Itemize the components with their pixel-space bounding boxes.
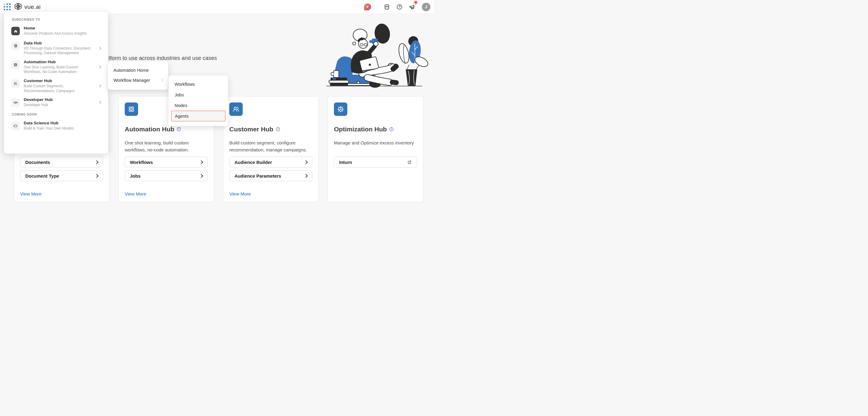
notification-dot — [414, 1, 417, 4]
card-title: Optimization Hub — [334, 126, 394, 133]
chevron-right-icon — [98, 101, 101, 104]
vue-logo-text: vue.ai — [24, 4, 41, 10]
people-icon — [229, 102, 243, 116]
documents-button[interactable]: Documents — [20, 157, 103, 167]
menu-item-text: Data Hub I/O Through Data Connectors, Do… — [24, 41, 95, 56]
info-icon[interactable] — [389, 127, 394, 131]
chevron-right-icon — [98, 46, 101, 50]
code-icon: </> — [11, 98, 20, 107]
external-link-icon — [407, 160, 412, 164]
menu-item-text: Home Discover Products And Access Insigh… — [24, 26, 97, 36]
submenu-item-workflow-manager[interactable]: Workflow Manager — [108, 75, 168, 85]
view-more-link[interactable]: View More — [125, 191, 146, 196]
chevron-right-icon — [304, 174, 308, 178]
card-data-hub-buttons: Documents Document Type — [20, 157, 103, 181]
topbar-divider-2 — [377, 3, 377, 11]
menu-item-text: Developer Hub Developer Hub — [24, 97, 95, 108]
submenu-item-agents[interactable]: Agents — [171, 111, 225, 121]
menu-item-data-science-hub[interactable]: Data Science Hub Build & Train Your Own … — [11, 121, 101, 131]
app-launcher-icon[interactable] — [4, 3, 11, 10]
info-icon[interactable] — [276, 127, 280, 131]
topbar-divider — [46, 3, 46, 11]
chevron-right-icon — [304, 160, 308, 164]
menu-item-home[interactable]: Home Discover Products And Access Insigh… — [11, 26, 101, 36]
page-heading-fragment: tform to use across industries and use c… — [108, 55, 217, 61]
vue-logo-icon — [14, 2, 22, 11]
card-title: Customer Hub — [229, 126, 280, 133]
menu-section-header: COMING SOON — [12, 113, 101, 116]
submenu-item-nodes[interactable]: Nodes — [171, 100, 225, 111]
help-icon[interactable] — [396, 4, 403, 10]
menu-item-text: Automation Hub One Shot Learning, Build … — [24, 60, 95, 74]
submenu-item-workflows[interactable]: Workflows — [171, 79, 225, 89]
inturn-button[interactable]: Inturn — [334, 157, 417, 167]
chevron-right-icon — [160, 79, 163, 82]
people-icon — [11, 79, 20, 88]
card-description: Build custom segment, configure recommen… — [229, 139, 314, 153]
automation-submenu: Automation Home Workflow Manager — [108, 61, 168, 90]
submenu-item-automation-home[interactable]: Automation Home — [108, 65, 168, 75]
cloud-icon — [11, 122, 20, 130]
marketplace-icon[interactable] — [383, 4, 390, 10]
menu-item-developer-hub[interactable]: </> Developer Hub Developer Hub — [11, 97, 101, 108]
menu-item-text: Customer Hub Build Custom Segments, Reco… — [24, 78, 95, 93]
atom-icon — [11, 61, 20, 69]
apps-dropdown-menu: SUBSCRIBED TO Home Discover Products And… — [4, 12, 108, 154]
gear-icon — [334, 102, 347, 116]
menu-item-data-hub[interactable]: Data Hub I/O Through Data Connectors, Do… — [11, 41, 101, 56]
card-optimization-hub: Optimization Hub Manage and Optimize exc… — [328, 96, 423, 202]
card-title: Automation Hub — [125, 126, 181, 133]
chevron-right-icon — [98, 66, 101, 69]
card-customer-hub: Customer Hub Build custom segment, confi… — [223, 96, 319, 202]
menu-item-customer-hub[interactable]: Customer Hub Build Custom Segments, Reco… — [11, 78, 101, 93]
document-type-button[interactable]: Document Type — [20, 170, 103, 181]
chevron-right-icon — [199, 174, 203, 178]
card-optimization-buttons: Inturn — [334, 157, 417, 167]
announcements-icon[interactable] — [409, 3, 416, 10]
submenu-item-jobs[interactable]: Jobs — [171, 89, 225, 100]
view-more-link[interactable]: View More — [20, 191, 42, 196]
card-description: Manage and Optimize excess inventory — [334, 139, 418, 147]
menu-item-text: Data Science Hub Build & Train Your Own … — [24, 121, 97, 131]
chevron-right-icon — [98, 85, 101, 88]
chevron-right-icon — [95, 174, 98, 178]
hero-illustration — [322, 21, 431, 89]
card-description: One shot learning, build custom workflow… — [125, 139, 209, 153]
menu-item-automation-hub[interactable]: Automation Hub One Shot Learning, Build … — [11, 60, 101, 74]
audience-builder-button[interactable]: Audience Builder — [229, 157, 312, 167]
workflow-manager-submenu: Workflows Jobs Nodes Agents — [168, 75, 228, 126]
workflows-button[interactable]: Workflows — [125, 157, 208, 167]
audience-parameters-button[interactable]: Audience Parameters — [229, 170, 312, 181]
chevron-right-icon — [95, 160, 98, 164]
atom-icon — [125, 102, 138, 116]
card-automation-buttons: Workflows Jobs — [125, 157, 208, 181]
user-avatar[interactable]: J — [422, 3, 430, 11]
ai-assistant-icon[interactable] — [364, 3, 371, 10]
card-customer-buttons: Audience Builder Audience Parameters — [229, 157, 312, 181]
topbar-actions: J — [364, 3, 430, 11]
jobs-button[interactable]: Jobs — [125, 170, 208, 181]
view-more-link[interactable]: View More — [229, 191, 251, 196]
menu-section-header: SUBSCRIBED TO — [12, 18, 101, 21]
database-icon — [11, 42, 20, 50]
info-icon[interactable] — [177, 127, 181, 131]
chevron-right-icon — [199, 160, 203, 164]
home-icon — [11, 27, 20, 35]
